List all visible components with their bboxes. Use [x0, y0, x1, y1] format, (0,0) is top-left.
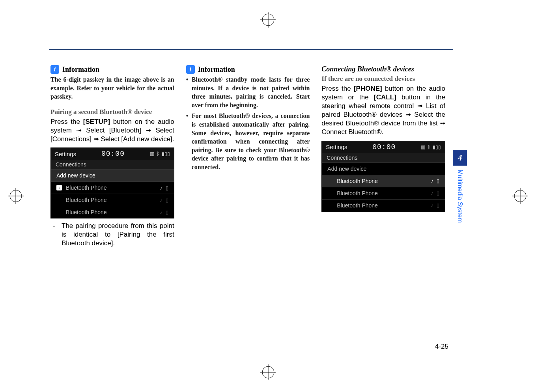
bt-phone-row-3[interactable]: Bluetooth Phone ♪ ▯ — [322, 199, 445, 211]
bluetooth-icon: ᛒ — [157, 151, 159, 157]
section-body-pairing: Press the [SETUP] button on the audio sy… — [50, 118, 174, 144]
status-icons: ▥ ᛒ ▮▯▯ — [421, 144, 441, 150]
row-icons-dim: ♪ ▯ — [431, 190, 440, 196]
row-icons-dim: ♪ ▯ — [160, 209, 168, 215]
music-icon: ♪ — [431, 190, 434, 196]
info-title: Information — [198, 65, 235, 74]
battery-icon: ▥ — [421, 144, 425, 150]
bt-phone-label: Bluetooth Phone — [66, 185, 107, 191]
settings-panel-2: Settings 00:00 ▥ ᛒ ▮▯▯ Connections Add n… — [321, 141, 445, 212]
bt-phone-label: Bluetooth Phone — [66, 197, 107, 203]
body-pre: Press the — [321, 85, 354, 92]
section-heading-pairing: Pairing a second Bluetooth® device — [50, 108, 174, 116]
signal-icon: ▮▯▯ — [433, 144, 441, 150]
side-tab: 4 Multimedia System — [453, 150, 467, 241]
section-body-connecting: Press the [PHONE] button on the audio sy… — [321, 84, 445, 137]
info-bullet-2: For most Bluetooth® devices, a connectio… — [186, 112, 310, 171]
bt-phone-label: Bluetooth Phone — [337, 202, 378, 209]
page-number: 4-25 — [435, 343, 448, 351]
bt-phone-row-1[interactable]: Bluetooth Phone ♪ ▯ — [322, 175, 445, 187]
row-icons-dim: ♪ ▯ — [431, 202, 440, 208]
add-new-device-label: Add new device — [327, 166, 366, 172]
music-icon: ♪ — [160, 197, 162, 203]
settings-title: Settings — [326, 144, 347, 150]
crop-mark-left — [8, 188, 24, 204]
row-icons-dim: ♪ ▯ — [160, 197, 168, 203]
phone-device-icon: ▯ — [166, 197, 168, 203]
settings-header: Settings 00:00 ▥ ᛒ ▮▯▯ — [322, 141, 445, 153]
body-pre: Press the — [50, 118, 83, 125]
bluetooth-icon: ᛒ — [428, 144, 430, 150]
info-icon: i — [50, 65, 59, 74]
bt-phone-label: Bluetooth Phone — [66, 209, 107, 215]
button-label-phone: [PHONE] — [354, 85, 382, 92]
bt-phone-label: Bluetooth Phone — [337, 190, 378, 196]
music-icon: ♪ — [431, 178, 434, 184]
button-label-setup: [SETUP] — [83, 118, 110, 125]
top-rule — [49, 49, 453, 50]
information-badge-2: i Information — [186, 65, 235, 74]
battery-icon: ▥ — [150, 151, 154, 157]
section-title-connecting: Connecting Bluetooth® devices — [321, 65, 445, 73]
status-icons: ▥ ᛒ ▮▯▯ — [150, 151, 170, 157]
settings-sub: Connections — [51, 160, 174, 169]
crop-mark-bottom — [260, 364, 276, 380]
crop-mark-top — [260, 12, 276, 28]
bt-phone-row-3[interactable]: Bluetooth Phone ♪ ▯ — [51, 206, 174, 218]
signal-icon: ▮▯▯ — [162, 151, 170, 157]
dash-list: The pairing procedure from this point is… — [50, 222, 174, 248]
music-icon: ♪ — [160, 185, 162, 191]
settings-sub: Connections — [322, 153, 445, 162]
information-badge: i Information — [50, 65, 99, 74]
dash-item: The pairing procedure from this point is… — [50, 222, 174, 248]
add-new-device-label: Add new device — [56, 172, 95, 179]
chevron-icon: › — [56, 185, 62, 190]
bt-phone-row-2[interactable]: Bluetooth Phone ♪ ▯ — [51, 194, 174, 206]
music-icon: ♪ — [431, 202, 434, 208]
phone-device-icon: ▯ — [437, 178, 439, 184]
info-body-text: The 6-digit passkey in the image above i… — [50, 75, 174, 101]
settings-header: Settings 00:00 ▥ ᛒ ▮▯▯ — [51, 148, 174, 160]
info-icon: i — [186, 65, 195, 74]
settings-time: 00:00 — [101, 150, 125, 158]
info-title: Information — [62, 65, 99, 74]
tab-number: 4 — [453, 150, 467, 166]
tab-label: Multimedia System — [456, 166, 463, 227]
add-new-device-row[interactable]: Add new device — [51, 169, 174, 181]
phone-device-icon: ▯ — [166, 185, 168, 191]
settings-title: Settings — [55, 151, 76, 157]
info-bullet-list: Bluetooth® standby mode lasts for three … — [186, 75, 310, 172]
settings-time: 00:00 — [372, 143, 396, 151]
row-icons: ♪ ▯ — [160, 185, 168, 191]
bt-phone-row-1[interactable]: › Bluetooth Phone ♪ ▯ — [51, 181, 174, 194]
column-1: i Information The 6-digit passkey in the… — [50, 65, 174, 248]
row-icons: ♪ ▯ — [431, 178, 440, 184]
page-content: i Information The 6-digit passkey in the… — [50, 65, 445, 248]
phone-device-icon: ▯ — [437, 202, 439, 208]
phone-device-icon: ▯ — [166, 209, 168, 215]
info-bullet-1: Bluetooth® standby mode lasts for three … — [186, 75, 310, 109]
column-2: i Information Bluetooth® standby mode la… — [186, 65, 310, 248]
button-label-call: [CALL] — [374, 93, 396, 101]
phone-device-icon: ▯ — [437, 190, 439, 196]
section-subheading: If there are no connected devices — [321, 75, 445, 83]
bt-phone-row-2[interactable]: Bluetooth Phone ♪ ▯ — [322, 187, 445, 199]
settings-panel-1: Settings 00:00 ▥ ᛒ ▮▯▯ Connections Add n… — [50, 147, 174, 218]
music-icon: ♪ — [160, 209, 162, 215]
add-new-device-row[interactable]: Add new device — [322, 162, 445, 175]
bt-phone-label: Bluetooth Phone — [337, 178, 378, 184]
column-3: Connecting Bluetooth® devices If there a… — [321, 65, 445, 248]
crop-mark-right — [512, 188, 528, 204]
